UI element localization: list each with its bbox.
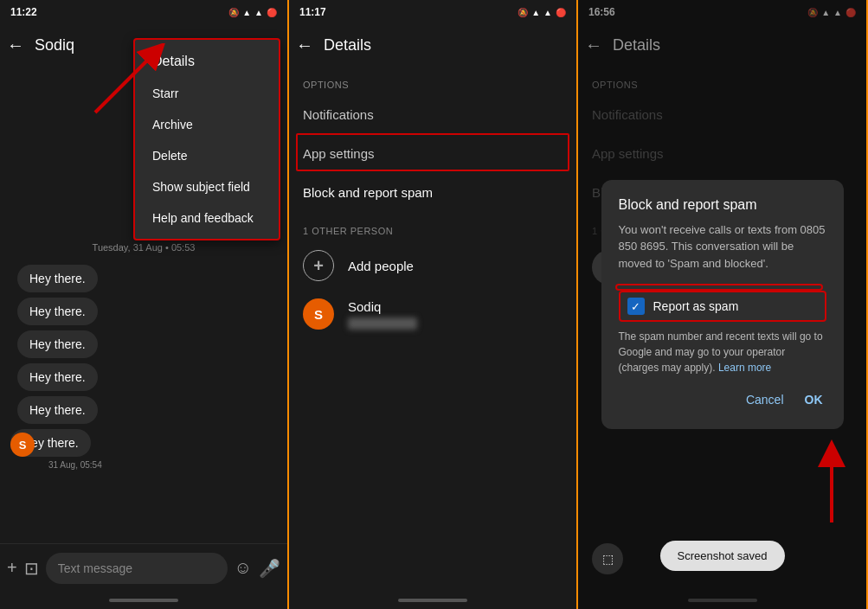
status-bar-2: 11:17 🔕 ▲ ▲ 🔴 xyxy=(289,0,576,24)
wifi-icon-2: ▲ xyxy=(531,8,540,17)
signal-icon: ▲ xyxy=(254,8,263,17)
messages-area: Tuesday, 31 Aug • 05:53 Hey there. Hey t… xyxy=(0,221,287,477)
dropdown-menu: Details Starr Archive Delete Show subjec… xyxy=(133,38,280,240)
status-icons-2: 🔕 ▲ ▲ 🔴 xyxy=(518,8,566,17)
home-indicator-1 xyxy=(0,592,287,609)
highlight-report-spam xyxy=(615,284,823,291)
panel-2: 11:17 🔕 ▲ ▲ 🔴 ← Details OPTIONS Notifica… xyxy=(289,0,578,609)
dropdown-help[interactable]: Help and feedback xyxy=(135,202,279,234)
sodiq-row[interactable]: S Sodiq xyxy=(289,290,576,338)
panel-3: 16:56 🔕 ▲ ▲ 🔴 ← Details OPTIONS Notifica… xyxy=(578,0,868,609)
notif-icon: 🔕 xyxy=(228,8,239,17)
option-app-settings-2[interactable]: App settings xyxy=(289,134,576,173)
message-4: Hey there. xyxy=(17,363,98,391)
contact-name: Sodiq xyxy=(35,36,74,54)
cancel-button[interactable]: Cancel xyxy=(743,388,788,412)
sodiq-avatar: S xyxy=(303,298,334,330)
message-row-6: S Hey there. xyxy=(10,429,277,457)
dropdown-delete[interactable]: Delete xyxy=(135,140,279,171)
home-bar-1 xyxy=(109,599,178,602)
sender-avatar: S xyxy=(10,433,35,457)
block-report-dialog: Block and report spam You won't receive … xyxy=(601,180,844,430)
dropdown-subject[interactable]: Show subject field xyxy=(135,171,279,202)
status-bar-1: 11:22 🔕 ▲ ▲ 🔴 xyxy=(0,0,287,24)
camera-icon[interactable]: ⊡ xyxy=(24,558,39,579)
mic-icon[interactable]: 🎤 xyxy=(259,558,280,579)
report-spam-checkbox[interactable]: ✓ xyxy=(627,298,645,315)
wifi-icon: ▲ xyxy=(242,8,251,17)
sodiq-phone-blurred xyxy=(348,317,417,330)
message-input[interactable]: Text message xyxy=(46,553,228,584)
back-button-2[interactable]: ← xyxy=(296,35,313,55)
dropdown-star[interactable]: Starr xyxy=(135,78,279,109)
status-icons-1: 🔕 ▲ ▲ 🔴 xyxy=(228,8,277,17)
add-icon[interactable]: + xyxy=(7,558,17,578)
option-block-spam-2[interactable]: Block and report spam xyxy=(289,173,576,212)
dialog-overlay: Block and report spam You won't receive … xyxy=(578,0,866,609)
options-label-2: OPTIONS xyxy=(289,66,576,95)
emoji-icon[interactable]: ☺ xyxy=(235,558,252,578)
signal-icon-2: ▲ xyxy=(543,8,552,17)
msg-time: 31 Aug, 05:54 xyxy=(10,460,277,470)
time-2: 11:17 xyxy=(299,6,326,18)
other-person-label-2: 1 OTHER PERSON xyxy=(289,212,576,241)
learn-more-link[interactable]: Learn more xyxy=(718,362,771,374)
check-icon: ✓ xyxy=(631,300,640,313)
sodiq-info: Sodiq xyxy=(348,299,417,330)
home-indicator-2 xyxy=(289,592,576,609)
message-3: Hey there. xyxy=(17,330,98,358)
top-bar-2: ← Details xyxy=(289,24,576,66)
back-button-1[interactable]: ← xyxy=(7,35,24,55)
panel-1: 11:22 🔕 ▲ ▲ 🔴 ← Sodiq Details Starr Arch… xyxy=(0,0,289,609)
dialog-body: You won't receive calls or texts from 08… xyxy=(619,221,826,272)
dialog-extra: The spam number and recent texts will go… xyxy=(619,329,826,375)
input-bar-1: + ⊡ Text message ☺ 🎤 xyxy=(0,543,287,592)
dialog-buttons: Cancel OK xyxy=(619,388,826,412)
battery-icon: 🔴 xyxy=(267,8,277,17)
add-people-label: Add people xyxy=(348,259,414,273)
time-1: 11:22 xyxy=(10,6,37,18)
report-spam-checkbox-row[interactable]: ✓ Report as spam xyxy=(619,291,826,322)
message-1: Hey there. xyxy=(17,265,98,292)
input-placeholder: Text message xyxy=(58,561,132,575)
dialog-title: Block and report spam xyxy=(619,197,826,213)
sodiq-name: Sodiq xyxy=(348,299,417,314)
home-bar-2 xyxy=(398,599,467,602)
message-2: Hey there. xyxy=(17,298,98,325)
option-notifications-2[interactable]: Notifications xyxy=(289,95,576,134)
screenshot-toast: Screenshot saved xyxy=(659,541,784,571)
report-spam-label: Report as spam xyxy=(653,299,739,313)
message-5: Hey there. xyxy=(17,396,98,424)
dropdown-details[interactable]: Details xyxy=(135,45,279,78)
add-person-avatar: + xyxy=(303,250,334,281)
page-title-2: Details xyxy=(324,36,371,54)
dropdown-archive[interactable]: Archive xyxy=(135,109,279,140)
add-person-row[interactable]: + Add people xyxy=(289,241,576,290)
screenshot-button[interactable]: ⬚ xyxy=(592,543,623,574)
ok-button[interactable]: OK xyxy=(801,388,826,412)
battery-icon-2: 🔴 xyxy=(556,8,566,17)
notif-icon-2: 🔕 xyxy=(518,8,528,17)
